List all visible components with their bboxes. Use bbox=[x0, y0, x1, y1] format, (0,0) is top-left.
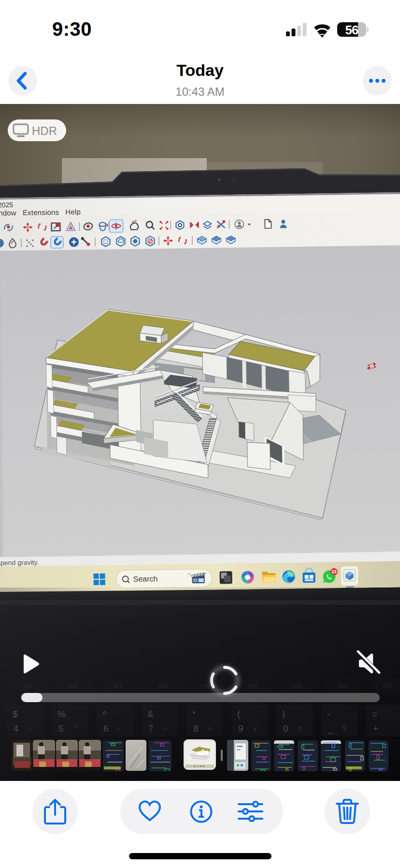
svg-text:⌄: ⌄ bbox=[28, 724, 34, 732]
svg-text:HDR: HDR bbox=[32, 124, 57, 137]
svg-text:$: $ bbox=[13, 709, 18, 719]
svg-text:13: 13 bbox=[331, 569, 336, 574]
svg-text:^: ^ bbox=[102, 709, 107, 719]
svg-text:ꓥ: ꓥ bbox=[298, 724, 302, 732]
svg-text:*: * bbox=[192, 709, 196, 719]
svg-text:+: + bbox=[373, 723, 378, 734]
svg-text:∧: ∧ bbox=[208, 724, 213, 732]
svg-text:56: 56 bbox=[345, 23, 358, 37]
svg-text:*: * bbox=[204, 572, 206, 576]
svg-text:_: _ bbox=[328, 723, 333, 734]
svg-text:6: 6 bbox=[103, 723, 109, 734]
svg-text:=: = bbox=[372, 709, 377, 719]
svg-text:⌐: ⌐ bbox=[118, 724, 122, 732]
svg-text:⌃: ⌃ bbox=[73, 724, 79, 732]
svg-text:4: 4 bbox=[14, 723, 19, 734]
svg-text:∨: ∨ bbox=[253, 724, 257, 732]
svg-text:Search: Search bbox=[133, 574, 158, 583]
svg-text:⌙: ⌙ bbox=[163, 724, 169, 732]
svg-text:0: 0 bbox=[283, 723, 288, 734]
svg-text:9: 9 bbox=[343, 724, 346, 732]
svg-text:-: - bbox=[327, 709, 330, 719]
svg-text:7: 7 bbox=[148, 723, 154, 734]
svg-text:&: & bbox=[147, 709, 154, 719]
svg-text:5: 5 bbox=[58, 723, 64, 734]
svg-text:%: % bbox=[57, 709, 66, 719]
svg-text:): ) bbox=[282, 709, 285, 719]
svg-text:(: ( bbox=[237, 709, 241, 719]
svg-text::*: :* bbox=[187, 572, 190, 577]
svg-text:9: 9 bbox=[238, 723, 243, 734]
svg-text:8: 8 bbox=[193, 723, 199, 734]
